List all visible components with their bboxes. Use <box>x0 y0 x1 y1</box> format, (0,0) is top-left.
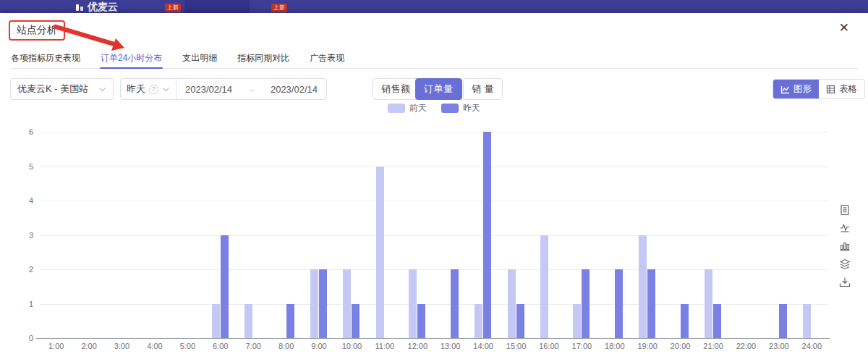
x-tick-label: 9:00 <box>303 342 335 350</box>
x-tick-label: 13:00 <box>435 342 467 350</box>
x-tick-label: 14:00 <box>467 342 499 350</box>
app-logo: 优麦云 <box>75 1 118 13</box>
legend-label: 前天 <box>409 102 427 114</box>
bar-昨天-9:00 <box>319 269 327 338</box>
y-tick-label: 3 <box>0 231 33 240</box>
x-tick-label: 20:00 <box>665 342 697 350</box>
date-range-input[interactable]: 2023/02/14 → 2023/02/14 <box>176 84 326 95</box>
metric-volume-button[interactable]: 销 量 <box>463 78 503 100</box>
app-header: 优麦云 上新 上新 <box>0 0 868 13</box>
tab-metric-comparison[interactable]: 指标同期对比 <box>237 49 290 68</box>
bar-昨天-15:00 <box>516 304 524 339</box>
x-tick-label: 3:00 <box>106 342 138 350</box>
gridline <box>40 235 828 236</box>
help-icon[interactable]: ? <box>149 85 158 94</box>
bar-前天-9:00 <box>310 269 318 338</box>
y-tick-label: 1 <box>0 300 33 308</box>
chart-x-axis-line <box>36 338 830 339</box>
period-select[interactable]: 昨天 ? <box>121 79 176 99</box>
x-tick-label: 2:00 <box>73 342 105 350</box>
site-select[interactable]: 优麦云K - 美国站 <box>10 78 114 100</box>
bar-昨天-23:00 <box>779 304 787 339</box>
x-tick-label: 5:00 <box>171 342 203 350</box>
x-tick-label: 17:00 <box>566 342 597 350</box>
bar-昨天-19:00 <box>647 269 655 338</box>
legend-label: 昨天 <box>463 102 480 114</box>
nav-active-segment[interactable] <box>184 0 250 13</box>
x-tick-label: 22:00 <box>730 342 762 350</box>
metric-orders-button[interactable]: 订单量 <box>415 78 462 100</box>
period-select-value: 昨天 <box>127 83 145 96</box>
gridline <box>40 132 828 132</box>
tab-expense-detail[interactable]: 支出明细 <box>182 49 218 68</box>
x-tick-label: 12:00 <box>401 342 433 350</box>
bar-昨天-21:00 <box>713 304 721 339</box>
bar-昨天-20:00 <box>681 304 689 339</box>
date-start-value: 2023/02/14 <box>185 84 232 95</box>
screen: 优麦云 上新 上新 站点分析 ✕ 各项指标历史表现 订单24小时分布 支出明细 … <box>0 0 868 362</box>
x-tick-label: 8:00 <box>271 342 302 350</box>
bar-前天-17:00 <box>573 304 581 339</box>
bar-昨天-8:00 <box>286 304 294 339</box>
new-badge: 上新 <box>165 4 181 12</box>
switch-line-chart-icon[interactable] <box>839 222 851 234</box>
legend-item-yesterday[interactable]: 昨天 <box>441 102 480 114</box>
chart-toolbox <box>839 204 851 288</box>
bar-前天-6:00 <box>212 304 220 339</box>
bar-前天-15:00 <box>508 269 516 338</box>
y-tick-label: 5 <box>0 162 33 171</box>
x-tick-label: 4:00 <box>139 342 171 350</box>
date-range-control: 昨天 ? 2023/02/14 → 2023/02/14 <box>120 78 327 100</box>
bar-前天-14:00 <box>475 304 482 339</box>
view-chart-label: 图形 <box>793 83 812 96</box>
view-toggle: 图形 表格 <box>773 79 865 99</box>
x-tick-label: 21:00 <box>697 342 729 350</box>
line-chart-icon <box>780 85 790 94</box>
bar-昨天-14:00 <box>483 132 491 338</box>
legend-item-prev-day[interactable]: 前天 <box>388 102 427 114</box>
logo-icon <box>75 3 84 12</box>
chart-plot <box>40 132 828 338</box>
bar-昨天-10:00 <box>352 304 359 339</box>
x-tick-label: 11:00 <box>369 342 401 350</box>
close-icon[interactable]: ✕ <box>839 22 849 35</box>
view-table-button[interactable]: 表格 <box>819 80 864 98</box>
bar-昨天-13:00 <box>451 269 459 338</box>
bar-前天-11:00 <box>376 167 384 339</box>
y-tick-label: 2 <box>0 265 33 274</box>
switch-bar-chart-icon[interactable] <box>839 240 851 252</box>
x-tick-label: 6:00 <box>205 342 237 350</box>
metric-sales-button[interactable]: 销售额 <box>373 78 420 100</box>
app-logo-text: 优麦云 <box>88 1 118 13</box>
bar-前天-10:00 <box>343 269 351 338</box>
data-view-icon[interactable] <box>839 204 851 216</box>
bar-昨天-17:00 <box>582 269 590 338</box>
x-tick-label: 24:00 <box>796 342 827 350</box>
new-badge: 上新 <box>271 4 287 12</box>
view-chart-button[interactable]: 图形 <box>773 80 819 98</box>
chart-y-axis: 0123456 <box>0 132 33 338</box>
gridline <box>40 167 828 167</box>
date-end-value: 2023/02/14 <box>271 84 318 95</box>
bar-昨天-12:00 <box>417 304 425 339</box>
download-icon[interactable] <box>839 277 851 288</box>
bar-前天-7:00 <box>244 304 252 339</box>
modal-tabs: 各项指标历史表现 订单24小时分布 支出明细 指标同期对比 广告表现 <box>10 49 858 69</box>
site-analysis-modal: 站点分析 ✕ 各项指标历史表现 订单24小时分布 支出明细 指标同期对比 广告表… <box>0 13 868 362</box>
chart-x-axis: 1:002:003:004:005:006:007:008:009:0010:0… <box>40 342 828 352</box>
annotation-arrow-icon <box>51 23 132 54</box>
chevron-down-icon <box>162 87 170 92</box>
x-tick-label: 23:00 <box>763 342 795 350</box>
switch-stack-icon[interactable] <box>839 258 851 270</box>
legend-swatch <box>388 104 405 113</box>
x-tick-label: 16:00 <box>533 342 565 350</box>
legend-swatch <box>441 104 459 113</box>
x-tick-label: 18:00 <box>599 342 631 350</box>
range-arrow-icon: → <box>247 84 256 94</box>
table-icon <box>826 85 835 94</box>
tab-ad-performance[interactable]: 广告表现 <box>309 49 345 68</box>
bar-前天-19:00 <box>639 235 647 339</box>
bar-昨天-18:00 <box>615 269 623 338</box>
x-tick-label: 1:00 <box>41 342 72 350</box>
bar-昨天-6:00 <box>221 235 229 339</box>
